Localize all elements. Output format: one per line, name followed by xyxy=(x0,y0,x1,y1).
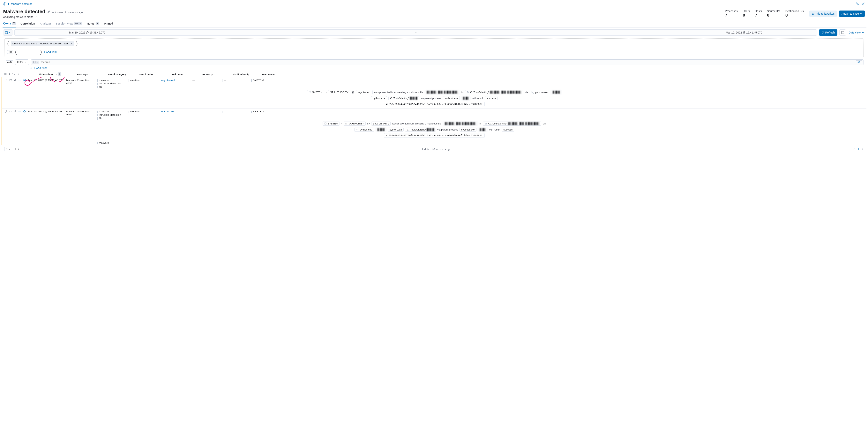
sort-icon[interactable] xyxy=(18,73,21,75)
query-builder: ( kibana.alert.rule.name: "Malware Preve… xyxy=(4,38,864,57)
cell-category-partial: malware xyxy=(97,142,127,144)
pin-icon[interactable] xyxy=(14,79,17,82)
analyzer-icon[interactable] xyxy=(23,110,26,113)
cell-message: Malware Prevention Alert xyxy=(66,79,95,85)
detail-line: ☐SYSTEM \ NT AUTHORITY @ mgmt-win-1 was … xyxy=(5,90,864,94)
svg-rect-2 xyxy=(34,61,35,63)
total-count: 7 xyxy=(18,148,19,151)
rows-area[interactable]: Mar 10, 2022 @ 15:41:45.070 Malware Prev… xyxy=(2,77,866,145)
page-prev-icon[interactable] xyxy=(853,148,855,150)
tab-analyzer[interactable]: Analyzer xyxy=(40,20,51,27)
and-badge: AND xyxy=(6,60,13,64)
attach-case-label: Attach to case xyxy=(841,12,859,15)
edit-subtitle-icon[interactable] xyxy=(35,16,37,18)
date-picker-button[interactable] xyxy=(3,29,12,36)
page-subtitle: Analyzing malware alerts xyxy=(3,16,33,19)
comment-icon[interactable] xyxy=(9,79,12,82)
time-range-display[interactable]: Mar 10, 2022 @ 15:31:45.070 → Mar 10, 20… xyxy=(14,29,817,36)
fullscreen-icon[interactable] xyxy=(856,2,859,5)
pin-icon[interactable] xyxy=(14,110,17,113)
refresh-label: Refresh xyxy=(825,31,835,34)
col-timestamp[interactable]: @timestamp 1 xyxy=(39,72,75,76)
tab-correlation[interactable]: Correlation xyxy=(21,20,35,27)
page-title: Malware detected xyxy=(3,8,45,14)
detail-line-2: >_python.exe ▓░█▒▓ python.exe C:\Tools\a… xyxy=(5,128,864,132)
filter-dropdown[interactable]: Filter xyxy=(15,59,29,65)
tab-pinned[interactable]: Pinned xyxy=(104,20,113,27)
svg-point-8 xyxy=(20,80,20,81)
data-view-dropdown[interactable]: Data view xyxy=(848,29,865,36)
filter-options-icon[interactable] xyxy=(30,67,32,69)
cell-user: SYSTEM xyxy=(251,110,280,113)
table-footer: 7 of 7 Updated 40 seconds ago 1 xyxy=(2,145,866,152)
svg-rect-5 xyxy=(6,73,7,75)
kql-badge[interactable]: KQL xyxy=(856,60,862,64)
col-sourceip[interactable]: source.ip xyxy=(202,73,231,75)
paren-open: ( xyxy=(7,40,9,47)
tab-query[interactable]: Query 7 xyxy=(3,20,16,27)
beta-badge: BETA xyxy=(74,22,82,25)
svg-point-9 xyxy=(21,80,21,81)
status-dot-icon xyxy=(8,3,9,5)
cell-message: Malware Prevention Alert xyxy=(66,110,95,116)
table-row: Mar 10, 2022 @ 15:41:45.070 Malware Prev… xyxy=(2,77,866,109)
col-message[interactable]: message xyxy=(77,73,106,75)
per-page-dropdown[interactable]: 7 xyxy=(4,147,12,151)
table-row: Mar 10, 2022 @ 15:36:44.590 Malware Prev… xyxy=(2,109,866,140)
tab-notes[interactable]: Notes 1 xyxy=(87,20,99,27)
paren-open-2: ( xyxy=(15,49,17,55)
detail-line: ☐SYSTEM \ NT AUTHORITY @ data-viz-win-1 … xyxy=(5,122,864,126)
stat-srcips-value: 0 xyxy=(767,13,780,18)
tab-notes-label: Notes xyxy=(87,22,94,25)
page-current[interactable]: 1 xyxy=(858,148,859,151)
settings-icon[interactable] xyxy=(8,73,11,75)
cell-action: creation xyxy=(129,79,158,82)
analyzer-icon[interactable] xyxy=(23,79,26,82)
page-next-icon[interactable] xyxy=(861,148,864,150)
or-badge: OR xyxy=(7,50,13,54)
refresh-button[interactable]: Refresh xyxy=(819,29,837,36)
close-icon[interactable] xyxy=(862,2,865,5)
fullscreen-table-icon[interactable] xyxy=(12,73,15,75)
chip-remove-icon[interactable]: ✕ xyxy=(70,42,72,45)
add-field-link[interactable]: + Add field xyxy=(44,51,57,54)
search-input[interactable] xyxy=(41,61,856,64)
query-chip-text: kibana.alert.rule.name: "Malware Prevent… xyxy=(12,42,69,45)
top-bar: Malware detected xyxy=(2,2,866,7)
cell-host: mgmt-win-1 xyxy=(160,79,189,82)
expand-icon[interactable] xyxy=(5,110,8,113)
updated-status: Updated 40 seconds ago xyxy=(421,148,451,151)
filter-label: Filter xyxy=(17,61,23,64)
svg-point-11 xyxy=(20,112,20,112)
more-icon[interactable] xyxy=(18,110,22,113)
cell-destip: — xyxy=(222,79,249,82)
tab-session-view[interactable]: Session View BETA xyxy=(56,20,82,27)
add-filter-link[interactable]: + Add filter xyxy=(34,66,47,69)
add-favorites-label: Add to favorites xyxy=(815,12,835,15)
search-options-button[interactable] xyxy=(32,61,39,64)
add-favorites-button[interactable]: Add to favorites xyxy=(809,10,837,17)
col-category[interactable]: event.category xyxy=(108,73,137,75)
col-destip[interactable]: destination.ip xyxy=(233,73,260,75)
expand-icon[interactable] xyxy=(5,79,8,82)
breadcrumb-link[interactable]: Malware detected xyxy=(11,2,33,5)
col-host[interactable]: host.name xyxy=(170,73,200,75)
col-user[interactable]: user.name xyxy=(262,73,291,75)
attach-case-button[interactable]: Attach to case xyxy=(839,10,865,17)
add-icon[interactable] xyxy=(3,2,6,5)
time-from: Mar 10, 2022 @ 15:31:45.070 xyxy=(69,31,105,34)
stat-users-value: 0 xyxy=(743,13,750,18)
fields-icon[interactable] xyxy=(4,73,7,75)
query-chip[interactable]: kibana.alert.rule.name: "Malware Prevent… xyxy=(11,41,74,46)
edit-title-icon[interactable] xyxy=(47,10,50,13)
col-action[interactable]: event.action xyxy=(140,73,169,75)
save-query-button[interactable] xyxy=(839,29,846,36)
cell-category: malware intrusion_detection file xyxy=(97,79,127,88)
paren-close: ) xyxy=(76,40,78,47)
col-ts-badge: 1 xyxy=(58,72,62,76)
comment-icon[interactable] xyxy=(9,110,12,113)
svg-rect-1 xyxy=(841,31,844,34)
cell-timestamp: Mar 10, 2022 @ 15:36:44.590 xyxy=(28,110,64,113)
hash-badge: #559e66074a45750f5244809b316a63c6c09abd3… xyxy=(384,102,485,107)
more-icon[interactable] xyxy=(18,79,22,82)
